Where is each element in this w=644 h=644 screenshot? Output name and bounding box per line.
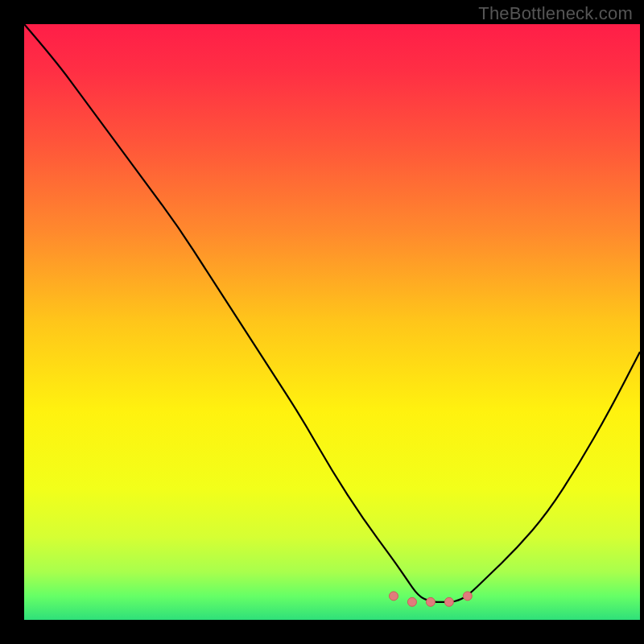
optimal-marker — [463, 592, 472, 601]
plot-gradient-background — [24, 24, 640, 620]
optimal-marker — [426, 597, 435, 606]
optimal-marker — [407, 597, 416, 606]
watermark-label: TheBottleneck.com — [478, 3, 633, 24]
optimal-marker — [444, 597, 453, 606]
optimal-marker — [390, 592, 398, 601]
chart-container: TheBottleneck.com — [0, 0, 644, 644]
bottleneck-chart — [0, 0, 644, 644]
